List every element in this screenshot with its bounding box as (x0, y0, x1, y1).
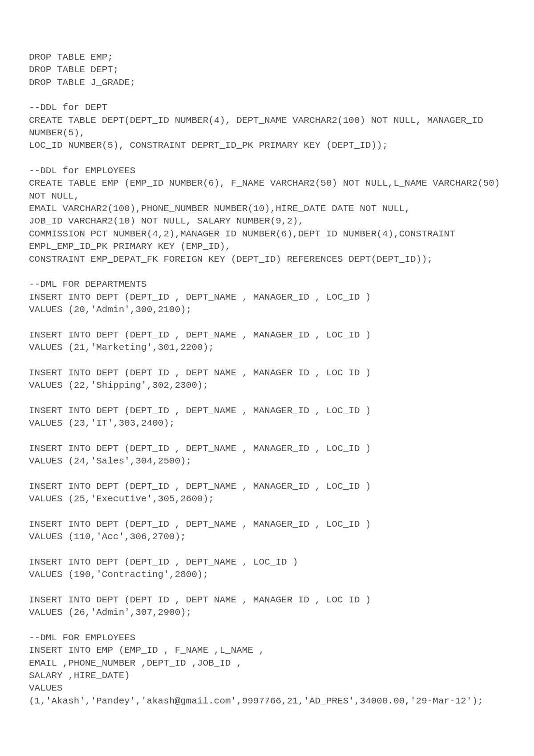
sql-code-block: DROP TABLE EMP; DROP TABLE DEPT; DROP TA… (0, 0, 534, 734)
